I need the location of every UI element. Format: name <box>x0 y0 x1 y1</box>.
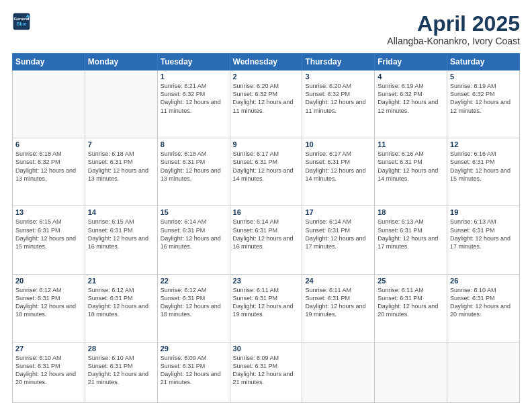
calendar-cell: 13Sunrise: 6:15 AM Sunset: 6:31 PM Dayli… <box>13 206 85 274</box>
day-number: 26 <box>450 277 517 285</box>
calendar-cell: 25Sunrise: 6:11 AM Sunset: 6:31 PM Dayli… <box>375 274 447 342</box>
day-number: 3 <box>305 73 371 81</box>
calendar-cell: 28Sunrise: 6:10 AM Sunset: 6:31 PM Dayli… <box>85 342 157 402</box>
day-number: 19 <box>450 208 517 216</box>
day-number: 13 <box>15 208 82 216</box>
header: General Blue April 2025 Allangba-Konankr… <box>12 12 520 46</box>
header-friday: Friday <box>375 54 447 71</box>
day-info: Sunrise: 6:14 AM Sunset: 6:31 PM Dayligh… <box>233 218 300 250</box>
calendar-cell: 5Sunrise: 6:19 AM Sunset: 6:32 PM Daylig… <box>447 71 520 138</box>
calendar-cell: 20Sunrise: 6:12 AM Sunset: 6:31 PM Dayli… <box>13 274 85 342</box>
day-info: Sunrise: 6:20 AM Sunset: 6:32 PM Dayligh… <box>305 82 371 115</box>
calendar-cell <box>85 71 157 138</box>
day-number: 9 <box>233 140 300 148</box>
calendar-cell: 7Sunrise: 6:18 AM Sunset: 6:31 PM Daylig… <box>85 138 157 206</box>
day-number: 25 <box>378 277 444 285</box>
day-number: 6 <box>15 140 82 148</box>
calendar-cell: 8Sunrise: 6:18 AM Sunset: 6:31 PM Daylig… <box>157 138 230 206</box>
day-number: 7 <box>88 140 154 148</box>
day-info: Sunrise: 6:11 AM Sunset: 6:31 PM Dayligh… <box>233 286 300 319</box>
day-number: 23 <box>233 277 300 285</box>
header-monday: Monday <box>85 54 157 71</box>
calendar-cell: 12Sunrise: 6:16 AM Sunset: 6:31 PM Dayli… <box>447 138 520 206</box>
week-row-5: 27Sunrise: 6:10 AM Sunset: 6:31 PM Dayli… <box>13 342 520 402</box>
day-number: 24 <box>305 277 371 285</box>
calendar-cell: 11Sunrise: 6:16 AM Sunset: 6:31 PM Dayli… <box>375 138 447 206</box>
day-info: Sunrise: 6:09 AM Sunset: 6:31 PM Dayligh… <box>161 354 227 387</box>
calendar-cell: 24Sunrise: 6:11 AM Sunset: 6:31 PM Dayli… <box>302 274 375 342</box>
day-info: Sunrise: 6:14 AM Sunset: 6:31 PM Dayligh… <box>305 218 371 250</box>
day-number: 4 <box>378 73 444 81</box>
header-wednesday: Wednesday <box>230 54 302 71</box>
day-info: Sunrise: 6:13 AM Sunset: 6:31 PM Dayligh… <box>378 218 444 250</box>
day-info: Sunrise: 6:11 AM Sunset: 6:31 PM Dayligh… <box>378 286 444 319</box>
day-info: Sunrise: 6:19 AM Sunset: 6:32 PM Dayligh… <box>378 82 444 115</box>
week-row-4: 20Sunrise: 6:12 AM Sunset: 6:31 PM Dayli… <box>13 274 520 342</box>
day-info: Sunrise: 6:21 AM Sunset: 6:32 PM Dayligh… <box>161 82 227 115</box>
week-row-2: 6Sunrise: 6:18 AM Sunset: 6:32 PM Daylig… <box>13 138 520 206</box>
day-info: Sunrise: 6:17 AM Sunset: 6:31 PM Dayligh… <box>305 150 371 183</box>
calendar-cell <box>302 342 375 402</box>
day-info: Sunrise: 6:16 AM Sunset: 6:31 PM Dayligh… <box>450 150 517 183</box>
day-info: Sunrise: 6:19 AM Sunset: 6:32 PM Dayligh… <box>450 82 517 115</box>
days-header-row: Sunday Monday Tuesday Wednesday Thursday… <box>13 54 520 71</box>
day-info: Sunrise: 6:09 AM Sunset: 6:31 PM Dayligh… <box>233 354 300 387</box>
calendar-cell: 2Sunrise: 6:20 AM Sunset: 6:32 PM Daylig… <box>230 71 302 138</box>
day-info: Sunrise: 6:12 AM Sunset: 6:31 PM Dayligh… <box>15 286 82 319</box>
day-number: 12 <box>450 140 517 148</box>
day-info: Sunrise: 6:10 AM Sunset: 6:31 PM Dayligh… <box>15 354 82 387</box>
day-number: 16 <box>233 208 300 216</box>
calendar-cell <box>13 71 85 138</box>
calendar-cell: 3Sunrise: 6:20 AM Sunset: 6:32 PM Daylig… <box>302 71 375 138</box>
calendar-cell: 30Sunrise: 6:09 AM Sunset: 6:31 PM Dayli… <box>230 342 302 402</box>
calendar-cell: 18Sunrise: 6:13 AM Sunset: 6:31 PM Dayli… <box>375 206 447 274</box>
page: General Blue April 2025 Allangba-Konankr… <box>0 0 532 411</box>
header-tuesday: Tuesday <box>157 54 230 71</box>
logo-icon: General Blue <box>12 12 31 31</box>
calendar-cell: 6Sunrise: 6:18 AM Sunset: 6:32 PM Daylig… <box>13 138 85 206</box>
calendar-cell: 21Sunrise: 6:12 AM Sunset: 6:31 PM Dayli… <box>85 274 157 342</box>
day-info: Sunrise: 6:14 AM Sunset: 6:31 PM Dayligh… <box>161 218 227 250</box>
calendar-cell <box>447 342 520 402</box>
title-block: April 2025 Allangba-Konankro, Ivory Coas… <box>387 12 520 46</box>
calendar-cell: 19Sunrise: 6:13 AM Sunset: 6:31 PM Dayli… <box>447 206 520 274</box>
week-row-1: 1Sunrise: 6:21 AM Sunset: 6:32 PM Daylig… <box>13 71 520 138</box>
calendar-cell: 10Sunrise: 6:17 AM Sunset: 6:31 PM Dayli… <box>302 138 375 206</box>
calendar-cell: 4Sunrise: 6:19 AM Sunset: 6:32 PM Daylig… <box>375 71 447 138</box>
day-info: Sunrise: 6:20 AM Sunset: 6:32 PM Dayligh… <box>233 82 300 115</box>
header-thursday: Thursday <box>302 54 375 71</box>
day-number: 21 <box>88 277 154 285</box>
day-number: 14 <box>88 208 154 216</box>
title-location: Allangba-Konankro, Ivory Coast <box>387 36 520 46</box>
day-number: 30 <box>233 345 300 353</box>
day-info: Sunrise: 6:12 AM Sunset: 6:31 PM Dayligh… <box>88 286 154 319</box>
day-info: Sunrise: 6:11 AM Sunset: 6:31 PM Dayligh… <box>305 286 371 319</box>
day-number: 5 <box>450 73 517 81</box>
title-month: April 2025 <box>387 12 520 36</box>
day-info: Sunrise: 6:15 AM Sunset: 6:31 PM Dayligh… <box>88 218 154 250</box>
calendar-table: Sunday Monday Tuesday Wednesday Thursday… <box>12 53 520 403</box>
day-info: Sunrise: 6:18 AM Sunset: 6:31 PM Dayligh… <box>161 150 227 183</box>
svg-text:Blue: Blue <box>16 21 26 26</box>
calendar-cell: 27Sunrise: 6:10 AM Sunset: 6:31 PM Dayli… <box>13 342 85 402</box>
day-number: 27 <box>15 345 82 353</box>
calendar-cell: 23Sunrise: 6:11 AM Sunset: 6:31 PM Dayli… <box>230 274 302 342</box>
day-number: 15 <box>161 208 227 216</box>
calendar-cell: 14Sunrise: 6:15 AM Sunset: 6:31 PM Dayli… <box>85 206 157 274</box>
day-number: 8 <box>161 140 227 148</box>
day-number: 11 <box>378 140 444 148</box>
day-number: 10 <box>305 140 371 148</box>
header-sunday: Sunday <box>13 54 85 71</box>
day-info: Sunrise: 6:10 AM Sunset: 6:31 PM Dayligh… <box>450 286 517 319</box>
calendar-cell: 26Sunrise: 6:10 AM Sunset: 6:31 PM Dayli… <box>447 274 520 342</box>
calendar-cell: 17Sunrise: 6:14 AM Sunset: 6:31 PM Dayli… <box>302 206 375 274</box>
day-number: 1 <box>161 73 227 81</box>
header-saturday: Saturday <box>447 54 520 71</box>
day-number: 20 <box>15 277 82 285</box>
calendar-cell: 29Sunrise: 6:09 AM Sunset: 6:31 PM Dayli… <box>157 342 230 402</box>
week-row-3: 13Sunrise: 6:15 AM Sunset: 6:31 PM Dayli… <box>13 206 520 274</box>
day-info: Sunrise: 6:17 AM Sunset: 6:31 PM Dayligh… <box>233 150 300 183</box>
calendar-cell <box>375 342 447 402</box>
calendar-cell: 22Sunrise: 6:12 AM Sunset: 6:31 PM Dayli… <box>157 274 230 342</box>
day-info: Sunrise: 6:16 AM Sunset: 6:31 PM Dayligh… <box>378 150 444 183</box>
